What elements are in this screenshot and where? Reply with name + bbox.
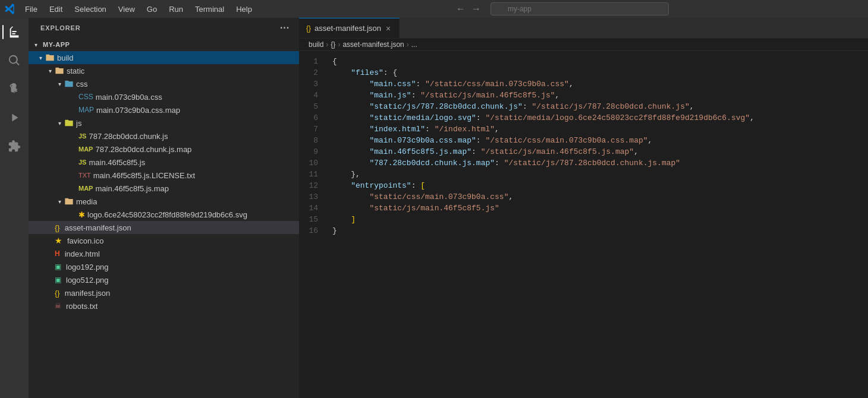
tree-item-index-html[interactable]: H index.html: [29, 247, 299, 260]
bracket-token: ]: [351, 215, 356, 224]
main-js-label: main.46f5c8f5.js: [89, 158, 145, 167]
logo-svg-label: logo.6ce24c58023cc2f8fd88fe9d219db6c6.sv…: [87, 210, 247, 219]
tree-item-logo512[interactable]: ▣ logo512.png: [29, 273, 299, 286]
sidebar: EXPLORER ··· ▾ MY-APP ▾ build ▾: [29, 18, 299, 398]
line-number: 10: [299, 157, 328, 169]
png-icon-1: ▣: [55, 263, 61, 271]
menu-edit[interactable]: Edit: [45, 4, 67, 15]
breadcrumb-sep-1: ›: [326, 40, 328, 49]
brace-token: {: [332, 57, 337, 66]
search-input[interactable]: [490, 2, 669, 15]
js-folder-label: js: [76, 119, 81, 128]
menu-terminal[interactable]: Terminal: [190, 4, 229, 15]
main-layout: EXPLORER ··· ▾ MY-APP ▾ build ▾: [0, 18, 868, 398]
logo512-label: logo512.png: [66, 276, 109, 285]
key-token: "static/media/logo.svg": [369, 113, 476, 122]
line-number: 16: [299, 225, 328, 236]
comma-token: ,: [508, 192, 513, 201]
tab-close-button[interactable]: ×: [385, 24, 392, 33]
line-content: "static/js/787.28cb0dcd.chunk.js": "/sta…: [328, 101, 868, 112]
line-number: 12: [299, 180, 328, 191]
ws-token: [476, 147, 481, 156]
tree-item-myapp[interactable]: ▾ MY-APP: [29, 38, 299, 51]
line-number: 6: [299, 112, 328, 124]
line-content: "static/css/main.073c9b0a.css",: [328, 191, 868, 203]
menu-help[interactable]: Help: [231, 4, 257, 15]
code-line: 8 "main.073c9b0a.css.map": "/static/css/…: [299, 135, 868, 146]
tree-item-asset-manifest[interactable]: {} asset-manifest.json: [29, 221, 299, 234]
breadcrumb-filename[interactable]: asset-manifest.json: [342, 40, 404, 49]
svg-rect-0: [12, 31, 16, 32]
tree-item-build[interactable]: ▾ build: [29, 51, 299, 64]
main-css-label: main.073c9b0a.css: [96, 93, 162, 102]
brace-token: {: [392, 68, 397, 77]
tree-item-manifest-json[interactable]: {} manifest.json: [29, 286, 299, 299]
activity-extensions[interactable]: [2, 134, 26, 158]
tree-item-787-chunk-map[interactable]: MAP 787.28cb0dcd.chunk.js.map: [29, 143, 299, 156]
tree-item-css-folder[interactable]: ▾ css: [29, 77, 299, 90]
ws-token: [332, 80, 369, 89]
line-content: "787.28cb0dcd.chunk.js.map": "/static/js…: [328, 157, 868, 169]
menu-view[interactable]: View: [114, 4, 140, 15]
svg-icon-1: ✱: [78, 210, 85, 219]
activity-explorer[interactable]: [2, 20, 26, 44]
tab-label: asset-manifest.json: [315, 24, 381, 33]
colon-token: :: [425, 125, 430, 134]
ws-token: [332, 215, 351, 224]
brace-token: },: [351, 170, 360, 179]
tree-item-main-css-map[interactable]: MAP main.073c9b0a.css.map: [29, 103, 299, 116]
nav-forward[interactable]: →: [469, 4, 483, 14]
line-number: 5: [299, 101, 328, 112]
menu-run[interactable]: Run: [164, 4, 188, 15]
code-editor[interactable]: 1{2 "files": {3 "main.css": "/static/css…: [299, 51, 868, 398]
tree-item-static[interactable]: ▾ static: [29, 64, 299, 77]
tree-item-logo192[interactable]: ▣ logo192.png: [29, 260, 299, 273]
sidebar-more-button[interactable]: ···: [280, 23, 290, 33]
line-number: 11: [299, 169, 328, 180]
tab-asset-manifest[interactable]: {} asset-manifest.json ×: [299, 18, 400, 38]
activity-search[interactable]: [2, 49, 26, 72]
string-token: "static/js/main.46f5c8f5.js": [369, 204, 499, 213]
tree-item-main-js-license[interactable]: TXT main.46f5c8f5.js.LICENSE.txt: [29, 169, 299, 182]
tree-item-main-js[interactable]: JS main.46f5c8f5.js: [29, 156, 299, 169]
breadcrumb-dots: ...: [411, 40, 417, 49]
ws-token: [332, 136, 369, 145]
line-number: 1: [299, 56, 328, 67]
code-line: 2 "files": {: [299, 67, 868, 78]
ws-token: [420, 80, 425, 89]
project-name: MY-APP: [43, 41, 70, 48]
tree-item-main-js-map[interactable]: MAP main.46f5c8f5.js.map: [29, 182, 299, 195]
tree-item-main-css[interactable]: CSS main.073c9b0a.css: [29, 90, 299, 103]
key-token: "main.js": [369, 91, 411, 100]
tree-item-media-folder[interactable]: ▾ media: [29, 195, 299, 208]
js-icon-2: JS: [78, 159, 86, 166]
txt-icon-1: TXT: [78, 172, 91, 179]
line-content: "main.46f5c8f5.js.map": "/static/js/main…: [328, 146, 868, 157]
string-token: "static/css/main.073c9b0a.css": [369, 192, 508, 201]
nav-back[interactable]: ←: [454, 4, 468, 14]
comma-token: ,: [495, 125, 499, 134]
line-content: "main.073c9b0a.css.map": "/static/css/ma…: [328, 135, 868, 146]
tree-item-robots-txt[interactable]: ☠ robots.txt: [29, 299, 299, 312]
menu-go[interactable]: Go: [142, 4, 162, 15]
activity-run-debug[interactable]: [2, 106, 26, 129]
tree-item-favicon[interactable]: ★ favicon.ico: [29, 234, 299, 247]
breadcrumb-build[interactable]: build: [309, 40, 323, 49]
787-chunk-map-label: 787.28cb0dcd.chunk.js.map: [95, 145, 191, 154]
css-file-icon: CSS: [78, 93, 93, 101]
line-content: "entrypoints": [: [328, 180, 868, 191]
menu-file[interactable]: File: [20, 4, 42, 15]
code-line: 5 "static/js/787.28cb0dcd.chunk.js": "/s…: [299, 101, 868, 112]
tree-item-logo-svg[interactable]: ✱ logo.6ce24c58023cc2f8fd88fe9d219db6c6.…: [29, 208, 299, 221]
string-token: "/static/js/main.46f5c8f5.js": [420, 91, 555, 100]
comma-token: ,: [634, 147, 639, 156]
ws-token: [332, 204, 369, 213]
menu-selection[interactable]: Selection: [70, 4, 111, 15]
tree-item-787-chunk-js[interactable]: JS 787.28cb0dcd.chunk.js: [29, 129, 299, 143]
tree-item-js-folder[interactable]: ▾ js: [29, 116, 299, 129]
line-number: 4: [299, 90, 328, 101]
line-content: "static/media/logo.svg": "/static/media/…: [328, 112, 868, 124]
css-folder-label: css: [76, 80, 88, 89]
line-content: "main.css": "/static/css/main.073c9b0a.c…: [328, 78, 868, 90]
activity-source-control[interactable]: [2, 77, 26, 101]
